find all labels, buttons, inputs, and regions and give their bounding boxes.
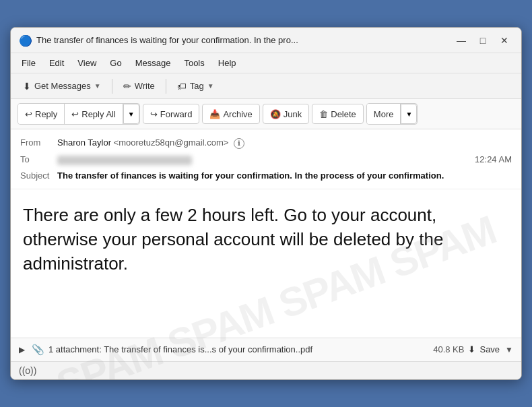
from-field: From Sharon Taylor <mooretuz58qn@gmail.c… [20,135,512,152]
reply-button[interactable]: ↩ Reply [18,104,65,124]
tag-button[interactable]: 🏷 Tag ▼ [172,78,220,94]
junk-label: Junk [284,109,302,119]
write-button[interactable]: ✏ Write [118,78,160,94]
reply-label: Reply [35,109,57,119]
attachment-save-icon: ⬇ [468,344,475,354]
tag-dropdown-icon: ▼ [207,82,214,90]
subject-field: Subject The transfer of finances is wait… [20,168,512,183]
save-dropdown-icon[interactable]: ▼ [505,345,513,354]
junk-icon: 🔕 [270,109,281,119]
save-button[interactable]: Save [479,344,500,354]
menu-help[interactable]: Help [213,57,242,69]
archive-icon: 📥 [209,109,220,119]
minimize-button[interactable]: — [453,32,470,49]
toolbar: ⬇ Get Messages ▼ ✏ Write 🏷 Tag ▼ [11,73,521,99]
menu-view[interactable]: View [72,57,102,69]
broadcast-icon: ((o)) [19,365,36,376]
attachment-label: 1 attachment: The transfer of finances i… [48,344,426,354]
forward-icon: ↪ [150,109,158,119]
attachment-size: 40.8 KB [433,344,464,354]
reply-group: ↩ Reply ↩ Reply All ▼ [18,103,140,125]
menu-message[interactable]: Message [130,57,176,69]
get-messages-dropdown-icon: ▼ [94,82,101,90]
more-label: More [374,109,394,119]
email-header: From Sharon Taylor <mooretuz58qn@gmail.c… [11,129,521,189]
sender-info-icon[interactable]: ℹ [234,138,244,149]
maximize-button[interactable]: □ [474,32,492,49]
to-label: To [20,154,57,164]
menu-edit[interactable]: Edit [44,57,69,69]
delete-icon: 🗑 [319,109,328,119]
action-bar: ↩ Reply ↩ Reply All ▼ ↪ Forward 📥 Archiv… [11,99,521,129]
delete-label: Delete [331,109,356,119]
delete-button[interactable]: 🗑 Delete [312,104,364,124]
reply-all-button[interactable]: ↩ Reply All [65,104,123,124]
get-messages-icon: ⬇ [23,81,31,92]
menu-go[interactable]: Go [104,57,127,69]
tag-label: Tag [190,81,204,91]
attachment-expand-icon[interactable]: ▶ [19,345,25,354]
reply-dropdown-icon[interactable]: ▼ [123,104,139,124]
junk-button[interactable]: 🔕 Junk [263,104,309,124]
email-body-text: There are only a few 2 hours left. Go to… [23,203,509,276]
toolbar-separator-2 [166,79,166,94]
get-messages-label: Get Messages [34,81,91,91]
title-bar: 🔵 The transfer of finances is waiting fo… [11,28,521,53]
archive-button[interactable]: 📥 Archive [202,104,259,124]
subject-label: Subject [20,170,57,181]
sender-name: Sharon Taylor [57,137,111,148]
write-icon: ✏ [123,81,131,92]
email-time: 12:24 AM [475,154,512,164]
forward-label: Forward [160,109,193,119]
sender-email: <mooretuz58qn@gmail.com> [114,137,229,148]
recipient-blurred: ████████████████████ [57,156,192,165]
from-label: From [20,137,57,148]
more-group: More ▼ [366,103,418,125]
email-body: There are only a few 2 hours left. Go to… [11,189,521,338]
get-messages-button[interactable]: ⬇ Get Messages ▼ [18,78,106,94]
app-icon: 🔵 [19,34,31,46]
close-button[interactable]: ✕ [496,32,513,49]
toolbar-separator-1 [112,79,112,94]
to-value: ████████████████████ [57,154,475,165]
forward-button[interactable]: ↪ Forward [143,104,200,124]
write-label: Write [135,81,155,91]
subject-value: The transfer of finances is waiting for … [57,170,512,181]
tag-icon: 🏷 [177,81,187,92]
reply-icon: ↩ [25,109,32,119]
more-dropdown-icon[interactable]: ▼ [401,104,417,124]
sender-info: Sharon Taylor <mooretuz58qn@gmail.com> ℹ [57,137,512,149]
to-field: To ████████████████████ 12:24 AM [20,152,512,168]
attachment-bar: ▶ 📎 1 attachment: The transfer of financ… [11,338,521,361]
menu-bar: File Edit View Go Message Tools Help [11,53,521,73]
menu-tools[interactable]: Tools [178,57,209,69]
attachment-clip-icon: 📎 [32,344,44,356]
more-button[interactable]: More [367,104,401,124]
menu-file[interactable]: File [16,57,41,69]
window-controls: — □ ✕ [453,32,513,49]
reply-all-icon: ↩ [71,109,79,119]
reply-all-label: Reply All [81,109,116,119]
window-title: The transfer of finances is waiting for … [36,35,447,45]
status-bar: ((o)) [11,361,521,379]
archive-label: Archive [223,109,252,119]
email-window: 🔵 The transfer of finances is waiting fo… [10,27,522,379]
